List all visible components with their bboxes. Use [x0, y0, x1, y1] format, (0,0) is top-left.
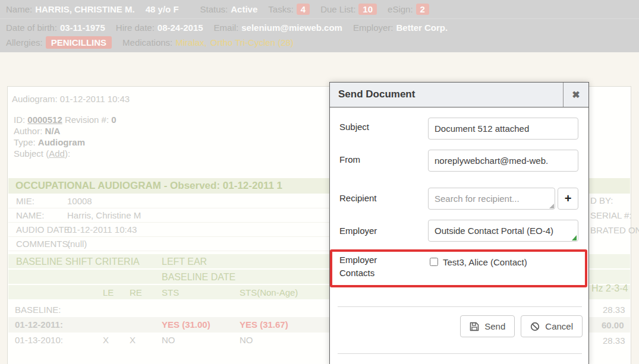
- select-resize-grip-icon: [572, 235, 577, 240]
- info-label: MIE:: [16, 194, 34, 208]
- revision-value: 0: [111, 115, 116, 125]
- employer-select[interactable]: Outside Contact Portal (EO-4): [428, 220, 578, 242]
- avg-value: 28.33: [603, 305, 625, 315]
- document-meta: ID: 0000512 Revision #: 0 Author: N/A Ty…: [14, 114, 117, 159]
- employer-label: Employer:: [353, 23, 394, 33]
- info-value: 01-12-2011 10:43: [67, 223, 137, 237]
- from-input[interactable]: [428, 150, 578, 172]
- sts-value: NO: [162, 335, 175, 345]
- modal-divider: [338, 306, 582, 307]
- medication-link-miralax[interactable]: Miralax,: [175, 37, 207, 48]
- le-value: X: [103, 335, 109, 345]
- info-label: COMMENTS:: [16, 237, 71, 251]
- id-label: ID:: [14, 115, 25, 125]
- info-value: Harris, Christine M: [67, 208, 141, 223]
- close-icon: ✖: [572, 89, 580, 100]
- document-subject-line: Subject (Add):: [14, 148, 117, 159]
- resize-grip-icon: [549, 204, 554, 208]
- sts-nonage-value: YES (31.67): [240, 319, 288, 330]
- column-le: LE: [103, 287, 114, 297]
- row-label: BASELINE:: [15, 305, 61, 315]
- status-value: Active: [231, 4, 257, 14]
- patient-banner-row-1: Name: HARRIS, CHRISTINE M. 48 y/o F Stat…: [6, 4, 429, 15]
- re-value: X: [130, 335, 136, 345]
- type-label: Type:: [14, 137, 36, 147]
- due-list-count-badge[interactable]: 10: [358, 4, 377, 15]
- table-row: MIE: 10008: [8, 194, 329, 208]
- document-id-line: ID: 0000512 Revision #: 0: [14, 114, 117, 125]
- serial-fragment: SERIAL #:: [590, 210, 631, 220]
- info-value: 10008: [67, 194, 92, 208]
- allergies-label: Allergies:: [6, 37, 43, 48]
- subject-field-label: Subject: [339, 122, 369, 132]
- close-button[interactable]: ✖: [563, 83, 588, 107]
- baseline-date-label: BASELINE DATE: [162, 272, 235, 283]
- recipient-field-label: Recipient: [339, 193, 377, 203]
- audiogram-section-title: OCCUPATIONAL AUDIOGRAM - Observed: 01-12…: [15, 180, 282, 192]
- author-value: N/A: [45, 126, 61, 136]
- cancel-button-label: Cancel: [545, 321, 573, 331]
- table-row: NAME: Harris, Christine M: [8, 208, 329, 223]
- document-author-line: Author: N/A: [14, 125, 117, 137]
- subject-input[interactable]: [428, 118, 578, 140]
- email-value: selenium@mieweb.com: [241, 23, 342, 33]
- employer-selected-option: Outside Contact Portal (EO-4): [435, 226, 553, 236]
- banner-divider: [0, 18, 639, 19]
- name-label: Name:: [6, 4, 32, 14]
- contact-checkbox-label[interactable]: Test3, Alice (Contact): [443, 257, 527, 267]
- tasks-label: Tasks:: [268, 4, 294, 14]
- hire-date-label: Hire date:: [116, 23, 155, 33]
- due-list-label: Due List:: [320, 4, 355, 14]
- dob-label: Date of birth:: [6, 23, 57, 33]
- from-field-label: From: [339, 154, 360, 164]
- criteria-left-ear-label: LEFT EAR: [162, 257, 207, 267]
- send-button[interactable]: Send: [460, 315, 515, 337]
- modal-title: Send Document: [338, 88, 415, 100]
- patient-banner-row-3: Allergies: PENICILLINS Medications: Mira…: [6, 36, 297, 49]
- column-sts-nonage: STS(Non-Age): [240, 287, 298, 297]
- dob-value: 03-11-1975: [60, 23, 105, 33]
- send-button-label: Send: [484, 321, 505, 331]
- tested-by-fragment: D BY:: [590, 195, 613, 205]
- esign-count-badge[interactable]: 2: [416, 4, 429, 15]
- patient-age-sex: 48 y/o F: [146, 4, 179, 14]
- medications-label: Medications:: [122, 37, 172, 48]
- hz-header-fragment: Hz 2-3-4: [591, 283, 628, 294]
- document-id-link[interactable]: 0000512: [27, 115, 62, 125]
- revision-label: Revision #:: [65, 115, 109, 125]
- document-title: Audiogram: 01-12-2011 10:43: [12, 94, 130, 104]
- ban-icon: [530, 322, 540, 331]
- info-label: NAME:: [16, 208, 45, 223]
- table-row: COMMENTS: (null): [8, 237, 329, 251]
- medication-link-ortho[interactable]: Ortho Tri-Cyclen (28): [210, 37, 294, 48]
- send-document-modal: Send Document ✖ Subject From Recipient +…: [329, 82, 589, 364]
- subject-suffix: ):: [65, 148, 70, 159]
- audiogram-info-table: MIE: 10008 NAME: Harris, Christine M AUD…: [8, 194, 329, 251]
- column-sts: STS: [162, 287, 179, 297]
- info-value: (null): [67, 237, 87, 251]
- subject-add-link[interactable]: Add: [49, 148, 65, 159]
- avg-value: 28.33: [603, 335, 625, 346]
- contact-checkbox[interactable]: [430, 258, 438, 266]
- save-disk-icon: [470, 322, 479, 331]
- table-row: AUDIO DATE: 01-12-2011 10:43: [8, 223, 329, 237]
- modal-button-row: Send Cancel: [460, 315, 583, 337]
- modal-header: Send Document ✖: [330, 83, 588, 107]
- esign-label: eSign:: [388, 4, 413, 14]
- patient-banner: Name: HARRIS, CHRISTINE M. 48 y/o F Stat…: [0, 0, 639, 52]
- email-label: Email:: [214, 23, 239, 33]
- modal-divider: [338, 353, 582, 354]
- sts-nonage-value: NO: [240, 335, 253, 345]
- row-label: 01-12-2011:: [15, 319, 63, 330]
- employer-contacts-label-line1: Employer: [339, 255, 377, 265]
- tasks-count-badge[interactable]: 4: [297, 4, 310, 15]
- cancel-button[interactable]: Cancel: [521, 315, 583, 337]
- type-value: Audiogram: [38, 137, 85, 147]
- document-type-line: Type: Audiogram: [14, 137, 117, 148]
- status-label: Status:: [200, 4, 228, 14]
- criteria-title: BASELINE SHIFT CRITERIA: [16, 257, 140, 267]
- allergy-badge[interactable]: PENICILLINS: [46, 36, 112, 49]
- add-recipient-button[interactable]: +: [558, 188, 578, 210]
- recipient-search-input[interactable]: [428, 188, 555, 210]
- employer-value: Better Corp.: [396, 23, 448, 33]
